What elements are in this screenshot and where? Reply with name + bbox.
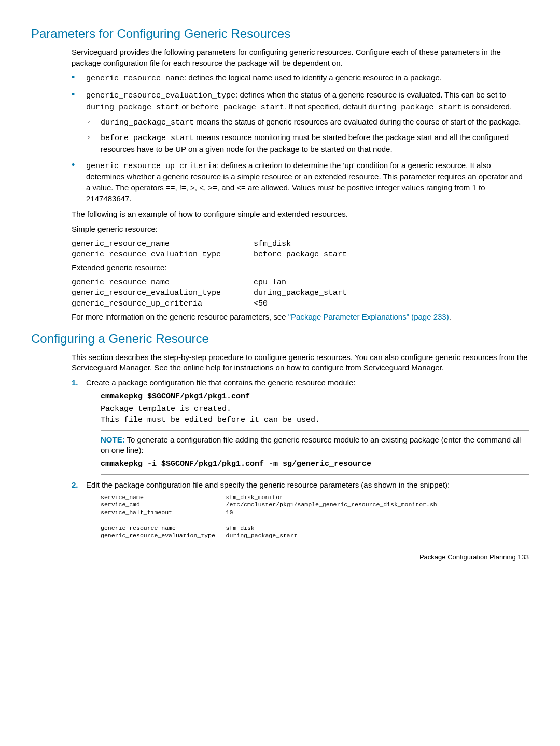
- page-footer: Package Configuration Planning 133: [31, 552, 529, 562]
- example-intro: The following is an example of how to co…: [72, 209, 529, 220]
- bullet-up-criteria: generic_resource_up_criteria: defines a …: [72, 160, 529, 204]
- simple-code-block: generic_resource_name sfm_disk generic_r…: [72, 239, 529, 260]
- steps-list: 1. Create a package configuration file t…: [72, 378, 529, 540]
- note-label: NOTE:: [101, 435, 125, 444]
- bullet-generic-resource-name: generic_resource_name: defines the logic…: [72, 73, 529, 85]
- sub-during-package-start: during_package_start means the status of…: [86, 117, 529, 129]
- section1-heading: Parameters for Configuring Generic Resou…: [31, 25, 529, 42]
- step-2: 2. Edit the package configuration file a…: [72, 480, 529, 540]
- step2-number: 2.: [72, 480, 78, 491]
- section2-intro: This section describes the step-by-step …: [72, 352, 529, 374]
- step1-command: cmmakepkg $SGCONF/pkg1/pkg1.conf: [101, 392, 529, 403]
- code-evaluation-type: generic_resource_evaluation_type: [86, 91, 235, 100]
- sub-before-package-start: before_package_start means resource moni…: [86, 132, 529, 155]
- note-text: To generate a configuration file adding …: [101, 435, 521, 455]
- code-generic-resource-name: generic_resource_name: [86, 74, 184, 83]
- step-1: 1. Create a package configuration file t…: [72, 378, 529, 475]
- bullet-evaluation-type: generic_resource_evaluation_type: define…: [72, 90, 529, 155]
- extended-code-block: generic_resource_name cpu_lan generic_re…: [72, 278, 529, 310]
- sub-bullet-list: during_package_start means the status of…: [86, 117, 529, 155]
- section2-heading: Configuring a Generic Resource: [31, 330, 529, 347]
- link-package-parameter-explanations[interactable]: "Package Parameter Explanations" (page 2…: [288, 312, 449, 321]
- more-info-paragraph: For more information on the generic reso…: [72, 312, 529, 323]
- step1-text: Create a package configuration file that…: [86, 378, 355, 387]
- extended-label: Extended generic resource:: [72, 263, 529, 273]
- step2-snippet: service_name sfm_disk_monitor service_cm…: [101, 494, 529, 541]
- section1-intro: Serviceguard provides the following para…: [72, 47, 529, 68]
- note-box: NOTE: To generate a configuration file a…: [101, 430, 529, 475]
- simple-label: Simple generic resource:: [72, 224, 529, 235]
- note-command: cmmakepkg -i $SGCONF/pkg1/pkg1.conf -m s…: [101, 459, 529, 470]
- section1-bullet-list: generic_resource_name: defines the logic…: [72, 73, 529, 204]
- step1-number: 1.: [72, 378, 78, 389]
- step1-output: Package template is created. This file m…: [101, 404, 529, 425]
- step2-text: Edit the package configuration file and …: [86, 480, 450, 489]
- text-item1: : defines the logical name used to ident…: [184, 73, 442, 82]
- code-up-criteria: generic_resource_up_criteria: [86, 162, 217, 171]
